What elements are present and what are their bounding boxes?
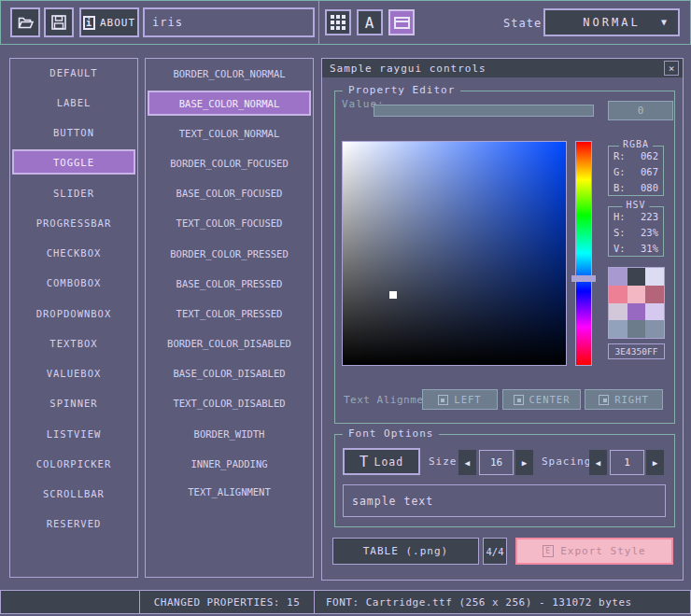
prop-item-inner-padding[interactable]: INNER_PADDING — [148, 451, 311, 476]
hue-slider-handle[interactable] — [571, 275, 596, 282]
control-item-progressbar[interactable]: PROGRESSBAR — [12, 210, 135, 235]
align-right-button[interactable]: RIGHT — [585, 389, 663, 410]
align-left-label: LEFT — [454, 394, 481, 405]
control-item-colorpicker[interactable]: COLORPICKER — [12, 451, 135, 476]
v-value: 31% — [641, 243, 658, 254]
hsv-title: HSV — [622, 200, 649, 210]
export-pages-value: 4/4 — [487, 546, 504, 557]
hex-color-input[interactable]: 3E4350FF — [608, 343, 665, 359]
hsv-s-row: S: 23% — [613, 227, 658, 238]
state-label: State: — [503, 1, 549, 46]
palette-swatch[interactable] — [645, 303, 664, 321]
style-name-input[interactable] — [143, 7, 315, 37]
prop-item-text-color-focused[interactable]: TEXT_COLOR_FOCUSED — [148, 210, 311, 235]
control-item-combobox[interactable]: COMBOBOX — [12, 270, 135, 295]
close-button[interactable]: × — [664, 61, 679, 76]
spacing-increase-button[interactable]: ▶ — [646, 450, 664, 475]
r-value: 062 — [641, 150, 658, 161]
prop-item-base-color-pressed[interactable]: BASE_COLOR_PRESSED — [148, 271, 311, 296]
value-slider[interactable] — [374, 105, 594, 117]
prop-item-border-color-focused[interactable]: BORDER_COLOR_FOCUSED — [148, 150, 311, 175]
control-item-spinner[interactable]: SPINNER — [12, 390, 135, 415]
load-font-button[interactable]: T Load — [343, 448, 420, 475]
about-button[interactable]: i ABOUT — [79, 7, 139, 37]
prop-item-base-color-disabled[interactable]: BASE_COLOR_DISABLED — [148, 360, 311, 385]
align-right-icon — [599, 395, 609, 405]
control-item-slider[interactable]: SLIDER — [12, 180, 135, 205]
color-picker-cursor[interactable] — [389, 291, 397, 299]
toolbar-divider — [318, 1, 319, 44]
color-palette — [608, 267, 665, 339]
palette-swatch[interactable] — [609, 268, 628, 286]
prop-item-text-alignment[interactable]: TEXT_ALIGNMENT — [148, 479, 311, 504]
value-box[interactable]: 0 — [608, 101, 673, 120]
palette-swatch[interactable] — [645, 268, 664, 286]
export-style-button[interactable]: E Export Style — [515, 538, 673, 565]
font-atlas-button[interactable] — [325, 9, 351, 35]
rgba-group: RGBA R: 062 G: 067 B: 080 — [608, 146, 664, 196]
rguistyler-app: i ABOUT A State: NORMAL ▼ DEFAULT LABEL … — [0, 0, 691, 616]
color-picker-panel[interactable] — [342, 141, 567, 366]
align-left-button[interactable]: LEFT — [422, 389, 498, 410]
control-item-reserved[interactable]: RESERVED — [12, 511, 135, 536]
palette-swatch[interactable] — [645, 286, 664, 303]
hsv-group: HSV H: 223 S: 23% V: 31% — [608, 206, 664, 257]
control-item-button[interactable]: BUTTON — [12, 119, 135, 145]
prop-item-base-color-focused[interactable]: BASE_COLOR_FOCUSED — [148, 180, 311, 205]
control-item-dropdownbox[interactable]: DROPDOWNBOX — [12, 301, 135, 326]
control-item-label[interactable]: LABEL — [12, 90, 135, 115]
properties-list: BORDER_COLOR_NORMAL BASE_COLOR_NORMAL TE… — [145, 58, 314, 578]
font-text-button[interactable]: A — [357, 9, 383, 35]
control-item-textbox[interactable]: TEXTBOX — [12, 330, 135, 356]
control-item-valuebox[interactable]: VALUEBOX — [12, 360, 135, 385]
prop-item-text-color-normal[interactable]: TEXT_COLOR_NORMAL — [148, 120, 311, 146]
prop-item-text-color-disabled[interactable]: TEXT_COLOR_DISABLED — [148, 390, 311, 415]
save-file-button[interactable] — [44, 7, 74, 37]
palette-swatch[interactable] — [628, 286, 646, 303]
control-item-default[interactable]: DEFAULT — [12, 60, 135, 85]
palette-swatch[interactable] — [609, 303, 628, 321]
align-center-button[interactable]: CENTER — [502, 389, 581, 410]
b-value: 080 — [641, 182, 658, 193]
palette-swatch[interactable] — [628, 320, 646, 338]
grid-icon — [331, 15, 346, 30]
rgba-g-row: G: 067 — [613, 166, 658, 177]
prop-item-border-color-disabled[interactable]: BORDER_COLOR_DISABLED — [148, 330, 311, 356]
size-decrease-button[interactable]: ◀ — [458, 450, 476, 475]
export-format-button[interactable]: TABLE (.png) — [332, 538, 479, 565]
palette-swatch[interactable] — [645, 320, 664, 338]
info-icon: i — [83, 16, 95, 30]
prop-item-border-color-pressed[interactable]: BORDER_COLOR_PRESSED — [148, 241, 311, 266]
rgba-title: RGBA — [619, 139, 653, 149]
spacing-value: 1 — [624, 456, 630, 469]
size-value-box[interactable]: 16 — [479, 450, 514, 475]
control-item-scrollbar[interactable]: SCROLLBAR — [12, 481, 135, 506]
open-file-button[interactable] — [10, 7, 40, 37]
size-increase-button[interactable]: ▶ — [515, 450, 533, 475]
arrow-left-icon: ◀ — [465, 458, 470, 468]
control-item-listview[interactable]: LISTVIEW — [12, 421, 135, 446]
state-value: NORMAL — [583, 16, 640, 29]
window-mode-button[interactable] — [388, 9, 415, 35]
spacing-value-box[interactable]: 1 — [610, 450, 644, 475]
prop-item-border-color-normal[interactable]: BORDER_COLOR_NORMAL — [148, 61, 311, 86]
palette-swatch[interactable] — [609, 286, 628, 303]
control-item-checkbox[interactable]: CHECKBOX — [12, 240, 135, 265]
s-label: S: — [613, 227, 626, 238]
export-pages-box[interactable]: 4/4 — [483, 538, 507, 565]
toolbar: i ABOUT A State: NORMAL ▼ — [0, 0, 691, 45]
statusbar-font-info: FONT: Cartridge.ttf (256 x 256) - 131072… — [314, 590, 691, 614]
palette-swatch[interactable] — [628, 268, 646, 286]
sample-text-input[interactable]: sample text — [343, 484, 666, 517]
state-dropdown[interactable]: NORMAL ▼ — [543, 8, 680, 36]
prop-item-border-width[interactable]: BORDER_WIDTH — [148, 421, 311, 446]
palette-swatch[interactable] — [628, 303, 646, 321]
palette-swatch[interactable] — [609, 320, 628, 338]
hue-bar[interactable] — [575, 141, 592, 366]
control-item-toggle[interactable]: TOGGLE — [12, 149, 135, 175]
prop-item-base-color-normal[interactable]: BASE_COLOR_NORMAL — [148, 91, 311, 116]
spacing-decrease-button[interactable]: ◀ — [589, 450, 607, 475]
chevron-down-icon: ▼ — [661, 17, 670, 27]
prop-item-text-color-pressed[interactable]: TEXT_COLOR_PRESSED — [148, 301, 311, 326]
sample-text-value: sample text — [352, 495, 433, 508]
